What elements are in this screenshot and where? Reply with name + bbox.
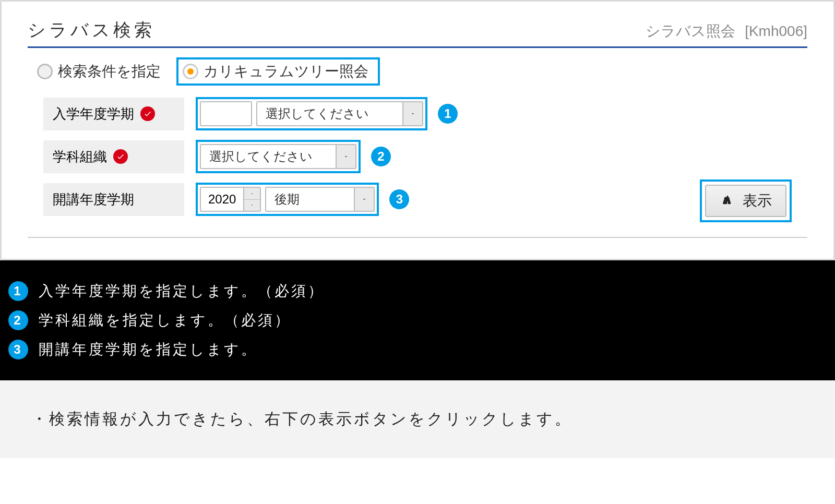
page-header: シラバス検索 シラバス照会 [Kmh006] [28,12,807,48]
legend-text-2: 学科組織を指定します。（必須） [39,310,291,330]
legend-text-1: 入学年度学期を指定します。（必須） [39,281,325,301]
footer-note: ・検索情報が入力できたら、右下の表示ボタンをクリックします。 [0,380,835,458]
legend-badge-2: 2 [8,310,28,330]
callout-badge-3: 3 [389,189,409,209]
label-offering-term-text: 開講年度学期 [53,190,134,209]
required-icon [140,106,155,121]
ctrl-offering-term: 2020 後期 3 [196,183,409,216]
page-title: シラバス検索 [28,18,155,42]
label-department: 学科組織 [43,140,184,173]
legend-row-3: 3 開講年度学期を指定します。 [8,340,827,359]
label-department-text: 学科組織 [53,148,107,166]
page-meta-label: シラバス照会 [646,23,735,39]
chevron-down-icon [402,102,422,125]
admission-term-select[interactable]: 選択してください [256,101,423,126]
syllabus-search-panel: シラバス検索 シラバス照会 [Kmh006] 検索条件を指定 カリキュラムツリー… [0,0,835,260]
tab-search-condition-label: 検索条件を指定 [58,62,161,81]
offering-term-select-value: 後期 [266,191,354,208]
tab-curriculum-tree[interactable]: カリキュラムツリー照会 [176,57,380,86]
display-button[interactable]: 表示 [705,185,786,217]
legend-text-3: 開講年度学期を指定します。 [39,340,258,359]
admission-term-select-value: 選択してください [257,105,402,122]
search-form: 入学年度学期 選択してください 1 学科組織 [28,97,807,238]
offering-year-stepper[interactable]: 2020 [200,187,261,212]
stepper-up-icon[interactable] [244,188,260,200]
label-admission-term: 入学年度学期 [43,98,184,130]
page-meta: シラバス照会 [Kmh006] [646,21,807,41]
admission-year-input[interactable] [200,101,252,126]
required-icon [113,149,128,164]
tab-search-condition[interactable]: 検索条件を指定 [37,62,161,81]
ctrl-admission-term: 選択してください 1 [196,97,458,130]
row-department: 学科組織 選択してください 2 [43,140,792,173]
tab-curriculum-tree-label: カリキュラムツリー照会 [204,62,368,81]
offering-year-value: 2020 [201,188,243,211]
department-select-value: 選択してください [201,148,336,165]
callout-badge-1: 1 [438,104,458,124]
offering-term-select[interactable]: 後期 [265,187,375,212]
chevron-down-icon [354,188,374,211]
department-select[interactable]: 選択してください [200,144,356,169]
radio-on-icon [183,64,198,79]
search-mode-tabs: 検索条件を指定 カリキュラムツリー照会 [28,48,807,97]
stepper-down-icon[interactable] [244,200,260,211]
label-admission-term-text: 入学年度学期 [53,105,134,123]
radio-off-icon [37,64,53,79]
display-button-label: 表示 [743,191,772,211]
legend-badge-1: 1 [8,281,28,301]
legend-row-2: 2 学科組織を指定します。（必須） [8,310,827,330]
label-offering-term: 開講年度学期 [43,183,184,216]
binoculars-icon [720,193,735,209]
row-admission-term: 入学年度学期 選択してください 1 [43,97,792,130]
legend-block: 1 入学年度学期を指定します。（必須） 2 学科組織を指定します。（必須） 3 … [0,260,835,380]
chevron-down-icon [336,145,355,168]
page-meta-code: [Kmh006] [745,23,807,39]
legend-row-1: 1 入学年度学期を指定します。（必須） [8,281,827,301]
ctrl-department: 選択してください 2 [196,140,391,173]
callout-badge-2: 2 [371,147,391,166]
legend-badge-3: 3 [8,340,28,359]
